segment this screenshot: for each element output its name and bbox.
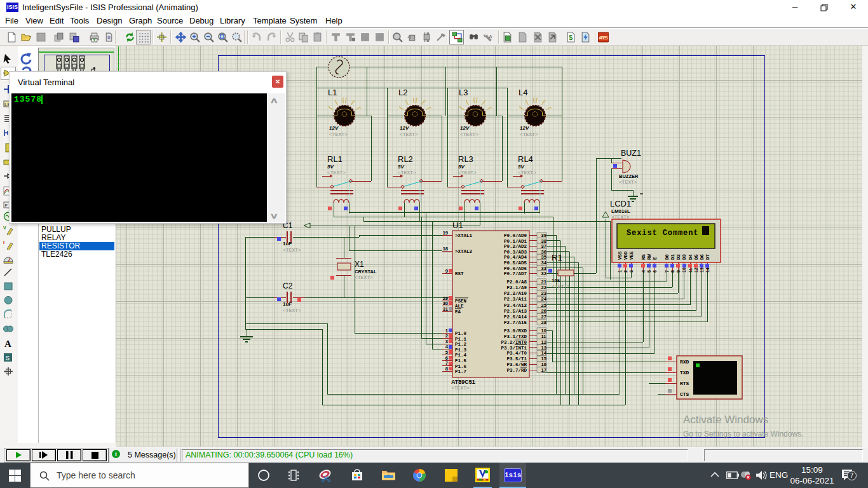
svg-text:P3.0/RXD: P3.0/RXD — [504, 329, 527, 334]
svg-text:P2.5/A13: P2.5/A13 — [504, 309, 527, 314]
svg-text:RTS: RTS — [680, 381, 689, 386]
svg-text:<TEXT>: <TEXT> — [283, 308, 301, 313]
svg-text:32: 32 — [541, 271, 546, 276]
svg-text:P0.0/AD0: P0.0/AD0 — [504, 233, 527, 238]
svg-text:28: 28 — [541, 320, 546, 325]
svg-text:10k: 10k — [552, 278, 560, 283]
svg-text:5V: 5V — [458, 164, 465, 170]
svg-text:L3: L3 — [459, 88, 468, 97]
svg-text:RL2: RL2 — [398, 154, 413, 164]
svg-text:CRYSTAL: CRYSTAL — [355, 269, 377, 274]
svg-text:12: 12 — [694, 268, 698, 273]
svg-text:26: 26 — [541, 308, 546, 314]
svg-text:RL1: RL1 — [327, 154, 342, 164]
svg-text:25: 25 — [541, 302, 546, 308]
svg-text:P3.6/WR: P3.6/WR — [506, 362, 527, 367]
svg-text:U1: U1 — [452, 220, 463, 230]
svg-text:P1.6: P1.6 — [455, 364, 467, 369]
svg-text:AT89C51: AT89C51 — [451, 379, 475, 385]
svg-text:<TEXT>: <TEXT> — [283, 247, 301, 253]
svg-text:<TEXT>: <TEXT> — [398, 170, 416, 175]
svg-text:P3.3/INT1: P3.3/INT1 — [501, 346, 527, 351]
svg-text:I: I — [3, 240, 4, 245]
svg-text:D0: D0 — [665, 254, 670, 260]
svg-text:Sexist Comment: Sexist Comment — [627, 229, 698, 238]
svg-text:P2.0/A8: P2.0/A8 — [506, 280, 527, 285]
svg-text:P0.4/AD4: P0.4/AD4 — [504, 255, 527, 260]
svg-text:8: 8 — [445, 366, 448, 372]
svg-text:14: 14 — [705, 268, 710, 273]
svg-text:P1.5: P1.5 — [455, 358, 467, 363]
svg-text:<TEXT>: <TEXT> — [327, 170, 346, 175]
svg-text:12V: 12V — [329, 125, 339, 131]
svg-text:12V: 12V — [520, 125, 529, 131]
svg-text:5V: 5V — [327, 164, 334, 170]
svg-text:D1: D1 — [670, 254, 675, 260]
svg-text:BUZ1: BUZ1 — [621, 149, 641, 158]
svg-text:13: 13 — [541, 345, 546, 351]
svg-text:ALE: ALE — [455, 304, 464, 309]
svg-text:<TEXT>: <TEXT> — [619, 179, 637, 185]
svg-text:1uF: 1uF — [283, 241, 292, 247]
svg-text:P3.1/TXD: P3.1/TXD — [504, 334, 527, 339]
svg-text:P0.7/AD7: P0.7/AD7 — [504, 271, 527, 276]
svg-text:BUZZER: BUZZER — [619, 173, 639, 179]
svg-text:TXD: TXD — [680, 370, 689, 376]
svg-text:14: 14 — [541, 350, 547, 356]
svg-text:<TEXT>: <TEXT> — [518, 170, 536, 175]
svg-text:2: 2 — [623, 270, 628, 273]
svg-text:D4: D4 — [688, 254, 693, 260]
svg-text:S: S — [6, 355, 10, 362]
svg-text:<TEXT>: <TEXT> — [400, 132, 418, 137]
svg-text:P2.1/A9: P2.1/A9 — [506, 285, 527, 290]
svg-text:A: A — [4, 339, 11, 348]
svg-text:16: 16 — [541, 362, 546, 367]
svg-text:L2: L2 — [398, 88, 407, 97]
svg-text:LCD1: LCD1 — [610, 199, 631, 208]
svg-text:P0.2/AD2: P0.2/AD2 — [504, 244, 527, 249]
svg-text:7: 7 — [665, 270, 669, 273]
svg-text:22: 22 — [541, 285, 546, 290]
svg-text:RW: RW — [647, 254, 652, 260]
svg-text:<TEXT>: <TEXT> — [520, 132, 538, 137]
svg-text:D7: D7 — [705, 254, 710, 260]
svg-text:D6: D6 — [700, 254, 705, 260]
svg-text:13: 13 — [700, 268, 704, 273]
svg-text:P1.0: P1.0 — [455, 331, 467, 336]
svg-text:31: 31 — [443, 306, 448, 312]
svg-text:P2.6/A14: P2.6/A14 — [504, 315, 527, 320]
svg-text:>XTAL2: >XTAL2 — [455, 249, 473, 254]
svg-text:P3.2/INT0: P3.2/INT0 — [501, 340, 527, 345]
svg-text:21: 21 — [541, 279, 546, 285]
svg-text:24: 24 — [541, 296, 547, 302]
svg-text:10: 10 — [682, 268, 686, 273]
svg-text:PSEN: PSEN — [455, 299, 466, 304]
svg-text:P1.3: P1.3 — [455, 348, 467, 353]
svg-text:19: 19 — [443, 230, 448, 236]
svg-text:CTS: CTS — [680, 391, 689, 397]
svg-text:D2: D2 — [676, 254, 681, 260]
svg-text:12: 12 — [541, 339, 546, 345]
svg-text:11: 11 — [541, 334, 546, 339]
svg-text:D5: D5 — [694, 254, 699, 260]
svg-text:A: A — [489, 34, 492, 39]
svg-text:VDD: VDD — [623, 251, 628, 260]
svg-text:<TEXT>: <TEXT> — [451, 385, 470, 391]
svg-text:<TEXT>: <TEXT> — [552, 283, 570, 289]
svg-text:P0.3/AD3: P0.3/AD3 — [504, 250, 527, 255]
svg-text:P1.4: P1.4 — [455, 353, 467, 358]
svg-text:8: 8 — [670, 270, 675, 273]
svg-text:9: 9 — [445, 268, 448, 274]
svg-text:3: 3 — [629, 270, 634, 273]
svg-text:X1: X1 — [355, 260, 364, 269]
svg-text:23: 23 — [541, 290, 546, 296]
svg-text:15: 15 — [541, 356, 546, 362]
svg-text:ARES: ARES — [599, 35, 608, 41]
svg-text:6: 6 — [653, 270, 657, 273]
svg-text:1: 1 — [618, 270, 622, 273]
svg-text:P2.2/A10: P2.2/A10 — [504, 291, 527, 296]
svg-text:<TEXT>: <TEXT> — [329, 132, 348, 137]
svg-text:VSS: VSS — [618, 251, 623, 260]
svg-text:P2.3/A11: P2.3/A11 — [504, 297, 527, 302]
svg-text:<TEXT>: <TEXT> — [458, 170, 477, 175]
